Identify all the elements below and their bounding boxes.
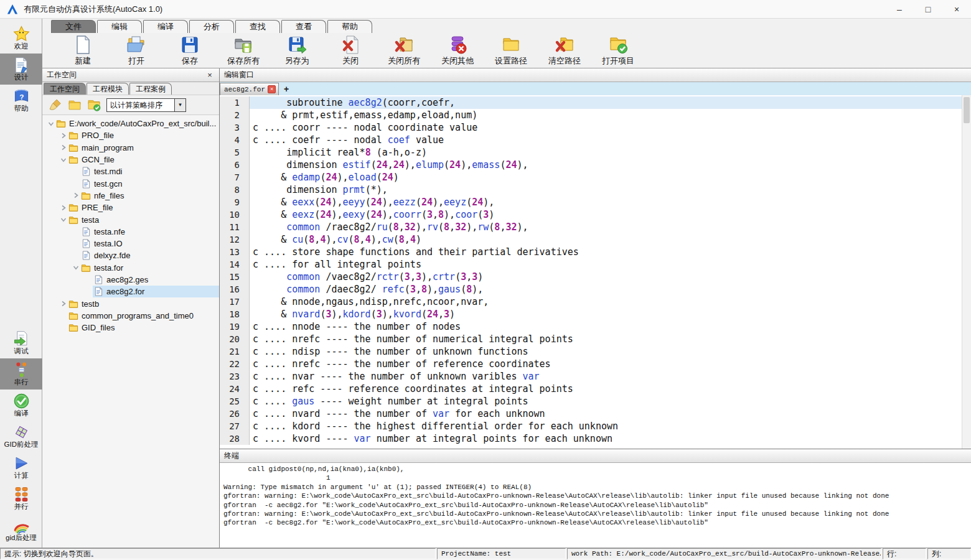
chevron-down-icon[interactable] xyxy=(46,120,55,128)
sidebar-item-gid-pre-mesh[interactable]: GID前处理 xyxy=(0,421,42,452)
sort-dropdown[interactable]: 以计算策略排序 ▼ xyxy=(106,98,186,112)
chevron-down-icon[interactable] xyxy=(59,216,68,223)
toolbar-button-open-folder[interactable]: 打开 xyxy=(110,33,163,68)
sidebar-item-debug-doc[interactable]: 调试 xyxy=(0,327,42,358)
toolbar-button-close-file[interactable]: 关闭 xyxy=(324,33,377,68)
editor-vertical-scrollbar[interactable] xyxy=(962,95,971,449)
tree-item[interactable]: testb xyxy=(68,297,219,309)
clean-brush-icon[interactable] xyxy=(49,98,62,112)
folder-check-icon[interactable] xyxy=(87,98,101,112)
file-tree[interactable]: E:/work_code/AutoCaxPro_ext_src/buil...P… xyxy=(42,115,219,548)
tree-item[interactable]: E:/work_code/AutoCaxPro_ext_src/buil... xyxy=(55,118,219,129)
tree-row[interactable]: testa.nfe xyxy=(42,226,219,238)
code-editor[interactable]: 1 subroutine aec8g2(coorr,coefr,2 & prmt… xyxy=(220,95,971,449)
toolbar-button-close-all[interactable]: 关闭所有 xyxy=(377,33,431,68)
tree-item[interactable]: PRO_file xyxy=(68,129,219,141)
tree-item[interactable]: main_program xyxy=(68,142,219,154)
tree-item[interactable]: common_programs_and_time0 xyxy=(68,310,219,322)
workspace-close-icon[interactable]: × xyxy=(205,70,215,80)
tree-item-label: testa.IO xyxy=(94,239,123,248)
sidebar-item-compile-check[interactable]: 编译 xyxy=(0,390,42,421)
maximize-button[interactable]: □ xyxy=(914,0,942,19)
sidebar-item-design-doc[interactable]: 设计 xyxy=(0,54,42,85)
tree-row[interactable]: main_program xyxy=(42,142,219,154)
tree-row[interactable]: testa.IO xyxy=(42,238,219,250)
chevron-right-icon[interactable] xyxy=(71,192,80,199)
line-number: 28 xyxy=(220,432,250,445)
menu-tab[interactable]: 分析 xyxy=(189,20,234,33)
scrollbar-thumb[interactable] xyxy=(964,97,970,123)
menu-tab[interactable]: 编译 xyxy=(143,20,188,33)
tree-row[interactable]: delxyz.fde xyxy=(42,250,219,261)
tree-item[interactable]: aec8g2.ges xyxy=(93,274,219,286)
tree-row[interactable]: aec8g2.ges xyxy=(42,274,219,286)
toolbar-button-clear-path[interactable]: 清空路径 xyxy=(538,33,591,68)
chevron-right-icon[interactable] xyxy=(59,144,68,151)
code-line: 28c .... kvord ---- var number at integr… xyxy=(220,432,962,445)
chevron-right-icon[interactable] xyxy=(59,300,68,307)
toolbar-button-close-others[interactable]: 关闭其他 xyxy=(431,33,484,68)
tree-row[interactable]: GCN_file xyxy=(42,154,219,166)
tree-item[interactable]: testa.nfe xyxy=(80,226,219,238)
tab-close-icon[interactable]: × xyxy=(268,85,276,93)
tree-row[interactable]: common_programs_and_time0 xyxy=(42,310,219,322)
line-number: 12 xyxy=(220,233,250,246)
tree-row[interactable]: testa.for xyxy=(42,262,219,274)
chevron-down-icon[interactable] xyxy=(71,264,80,271)
tree-row[interactable]: aec8g2.for xyxy=(42,286,219,297)
toolbar-button-new-file[interactable]: 新建 xyxy=(56,33,110,68)
terminal-line: 1 xyxy=(223,474,967,482)
tree-row[interactable]: test.mdi xyxy=(42,166,219,177)
tree-item[interactable]: delxyz.fde xyxy=(80,250,219,261)
workspace-tab[interactable]: 工作空间 xyxy=(44,83,86,95)
sidebar-item-compute-play[interactable]: 计算 xyxy=(0,452,42,483)
menu-tab[interactable]: 文件 xyxy=(51,20,96,33)
tree-item[interactable]: test.mdi xyxy=(80,166,219,177)
minimize-button[interactable]: – xyxy=(885,0,914,19)
tree-item[interactable]: GID_files xyxy=(68,322,219,334)
menu-tab[interactable]: 帮助 xyxy=(327,20,372,33)
terminal-output[interactable]: call gidpost0(np,nd,ia(kna0),ia(knb0), 1… xyxy=(220,463,971,548)
tree-item[interactable]: GCN_file xyxy=(68,154,219,166)
menu-tab[interactable]: 编辑 xyxy=(97,20,142,33)
toolbar-button-save[interactable]: 保存 xyxy=(163,33,217,68)
dropdown-arrow-icon[interactable]: ▼ xyxy=(174,99,185,111)
tree-row[interactable]: PRO_file xyxy=(42,129,219,141)
tree-row[interactable]: E:/work_code/AutoCaxPro_ext_src/buil... xyxy=(42,118,219,129)
toolbar-button-save-as[interactable]: 另存为 xyxy=(270,33,324,68)
sidebar-item-gid-post-rainbow[interactable]: gid后处理 xyxy=(0,514,42,545)
workspace-tab[interactable]: 工程模块 xyxy=(87,83,129,95)
tree-item[interactable]: testa.for xyxy=(80,262,219,274)
editor-tab[interactable]: aec8g2.for × xyxy=(220,83,279,95)
folder-icon[interactable] xyxy=(68,98,82,112)
tree-row[interactable]: PRE_file xyxy=(42,202,219,213)
toolbar-button-set-path[interactable]: 设置路径 xyxy=(484,33,538,68)
sidebar-item-help-book[interactable]: ?帮助 xyxy=(0,85,42,116)
tree-item[interactable]: PRE_file xyxy=(68,202,219,213)
toolbar-button-open-project[interactable]: 打开项目 xyxy=(591,33,645,68)
tree-row[interactable]: testb xyxy=(42,297,219,309)
sidebar-item-welcome-star[interactable]: 欢迎 xyxy=(0,22,42,54)
tree-item[interactable]: testa.IO xyxy=(80,238,219,250)
tree-item[interactable]: aec8g2.for xyxy=(93,286,219,297)
tree-item[interactable]: testa xyxy=(68,213,219,225)
tree-row[interactable]: testa xyxy=(42,213,219,225)
chevron-right-icon[interactable] xyxy=(59,132,68,139)
tree-row[interactable]: test.gcn xyxy=(42,177,219,189)
editor-tab-bar: aec8g2.for × + xyxy=(220,82,971,95)
sidebar-item-parallel-flow[interactable]: 并行 xyxy=(0,483,42,514)
chevron-right-icon[interactable] xyxy=(59,204,68,212)
new-tab-button[interactable]: + xyxy=(279,83,294,95)
tree-item[interactable]: test.gcn xyxy=(80,177,219,189)
code-line: 16 common /daec8g2/ refc(3,8),gaus(8), xyxy=(220,283,962,296)
menu-tab[interactable]: 查找 xyxy=(235,20,280,33)
tree-item[interactable]: nfe_files xyxy=(80,190,219,202)
sidebar-item-serial-nodes[interactable]: 串行 xyxy=(0,358,42,390)
tree-row[interactable]: nfe_files xyxy=(42,190,219,202)
chevron-down-icon[interactable] xyxy=(59,156,68,164)
menu-tab[interactable]: 查看 xyxy=(281,20,326,33)
tree-row[interactable]: GID_files xyxy=(42,322,219,334)
toolbar-button-save-all[interactable]: 保存所有 xyxy=(217,33,270,68)
workspace-tab[interactable]: 工程案例 xyxy=(129,83,172,95)
close-button[interactable]: × xyxy=(942,0,971,19)
